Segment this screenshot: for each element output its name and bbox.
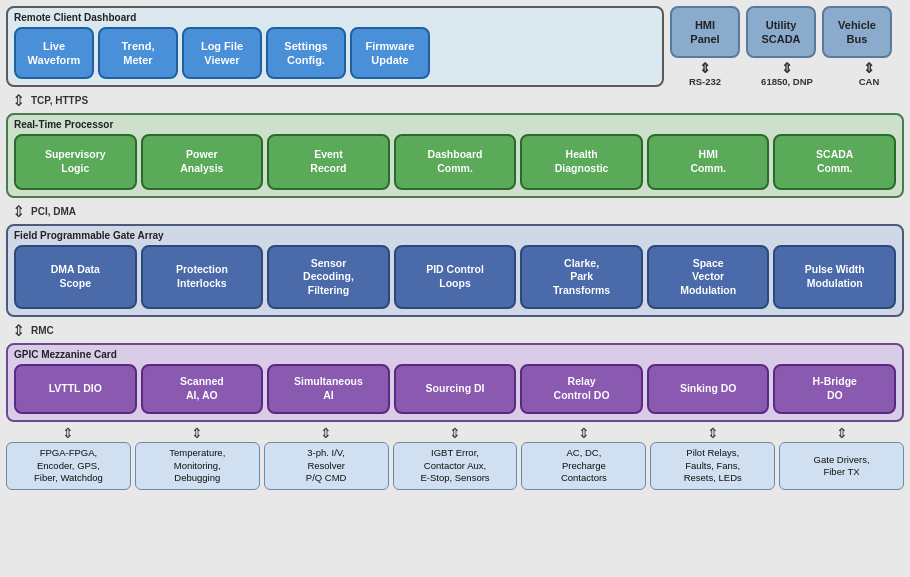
hmi-section: HMIPanel UtilitySCADA VehicleBus ⇕ RS-23… xyxy=(670,6,904,87)
sourcing-di-box[interactable]: Sourcing DI xyxy=(394,364,517,414)
rcd-label: Remote Client Dashboard xyxy=(14,12,656,23)
settings-config-box[interactable]: SettingsConfig. xyxy=(266,27,346,79)
pulse-width-box[interactable]: Pulse WidthModulation xyxy=(773,245,896,309)
rs232-label: RS-232 xyxy=(689,76,721,87)
firmware-update-box[interactable]: FirmwareUpdate xyxy=(350,27,430,79)
rcd-items: LiveWaveform Trend,Meter Log FileViewer … xyxy=(14,27,656,79)
bottom-item-4: ⇕ IGBT Error,Contactor Aux,E-Stop, Senso… xyxy=(393,426,518,490)
temperature-box: Temperature,Monitoring,Debugging xyxy=(135,442,260,490)
bottom-arrow-7: ⇕ xyxy=(836,426,848,440)
rmc-arrow-row: ⇕ RMC xyxy=(6,321,904,339)
gpic-items: LVTTL DIO ScannedAI, AO SimultaneousAI S… xyxy=(14,364,896,414)
health-diagnostic-box[interactable]: HealthDiagnostic xyxy=(520,134,643,190)
top-row: Remote Client Dashboard LiveWaveform Tre… xyxy=(6,6,904,87)
fpga-encoder-box: FPGA-FPGA,Encoder, GPS,Fiber, Watchdog xyxy=(6,442,131,490)
bottom-item-2: ⇕ Temperature,Monitoring,Debugging xyxy=(135,426,260,490)
ac-dc-box: AC, DC,PrechargeContactors xyxy=(521,442,646,490)
pci-arrow-icon: ⇕ xyxy=(12,202,25,221)
power-analysis-box[interactable]: PowerAnalysis xyxy=(141,134,264,190)
bottom-item-6: ⇕ Pilot Relays,Faults, Fans,Resets, LEDs xyxy=(650,426,775,490)
bottom-item-3: ⇕ 3-ph. I/V,ResolverP/Q CMD xyxy=(264,426,389,490)
fpga-items: DMA DataScope ProtectionInterlocks Senso… xyxy=(14,245,896,309)
bottom-arrow-6: ⇕ xyxy=(707,426,719,440)
trend-meter-box[interactable]: Trend,Meter xyxy=(98,27,178,79)
rmc-label: RMC xyxy=(31,325,54,336)
bottom-item-7: ⇕ Gate Drivers,Fiber TX xyxy=(779,426,904,490)
relay-control-do-box[interactable]: RelayControl DO xyxy=(520,364,643,414)
dma-data-scope-box[interactable]: DMA DataScope xyxy=(14,245,137,309)
bottom-arrow-5: ⇕ xyxy=(578,426,590,440)
hmi-protocols: ⇕ RS-232 ⇕ 61850, DNP ⇕ CAN xyxy=(670,60,904,87)
hmi-boxes: HMIPanel UtilitySCADA VehicleBus xyxy=(670,6,892,58)
bottom-arrow-3: ⇕ xyxy=(320,426,332,440)
dashboard-comm-box[interactable]: DashboardComm. xyxy=(394,134,517,190)
rtp-label: Real-Time Processor xyxy=(14,119,896,130)
rs232-arrow: ⇕ xyxy=(699,60,711,76)
scada-comm-box[interactable]: SCADAComm. xyxy=(773,134,896,190)
can-group: ⇕ CAN xyxy=(834,60,904,87)
dnp-label: 61850, DNP xyxy=(761,76,813,87)
sensor-decoding-box[interactable]: SensorDecoding,Filtering xyxy=(267,245,390,309)
utility-scada-box[interactable]: UtilitySCADA xyxy=(746,6,816,58)
tcp-label: TCP, HTTPS xyxy=(31,95,88,106)
supervisory-logic-box[interactable]: SupervisoryLogic xyxy=(14,134,137,190)
pci-label: PCI, DMA xyxy=(31,206,76,217)
tcp-arrow-row: ⇕ TCP, HTTPS xyxy=(6,91,904,109)
main-container: Remote Client Dashboard LiveWaveform Tre… xyxy=(0,0,910,577)
gpic-label: GPIC Mezzanine Card xyxy=(14,349,896,360)
bottom-item-5: ⇕ AC, DC,PrechargeContactors xyxy=(521,426,646,490)
hmi-comm-box[interactable]: HMIComm. xyxy=(647,134,770,190)
event-record-box[interactable]: EventRecord xyxy=(267,134,390,190)
can-label: CAN xyxy=(859,76,880,87)
fpga-panel: Field Programmable Gate Array DMA DataSc… xyxy=(6,224,904,317)
live-waveform-box[interactable]: LiveWaveform xyxy=(14,27,94,79)
dnp-group: ⇕ 61850, DNP xyxy=(746,60,828,87)
gate-drivers-box: Gate Drivers,Fiber TX xyxy=(779,442,904,490)
rmc-arrow-icon: ⇕ xyxy=(12,321,25,340)
rtp-items: SupervisoryLogic PowerAnalysis EventReco… xyxy=(14,134,896,190)
dnp-arrow: ⇕ xyxy=(781,60,793,76)
lvttl-dio-box[interactable]: LVTTL DIO xyxy=(14,364,137,414)
fpga-label: Field Programmable Gate Array xyxy=(14,230,896,241)
tcp-arrow-icon: ⇕ xyxy=(12,91,25,110)
vehicle-bus-box[interactable]: VehicleBus xyxy=(822,6,892,58)
bottom-arrow-2: ⇕ xyxy=(191,426,203,440)
clarke-park-box[interactable]: Clarke,ParkTransforms xyxy=(520,245,643,309)
log-file-viewer-box[interactable]: Log FileViewer xyxy=(182,27,262,79)
3ph-box: 3-ph. I/V,ResolverP/Q CMD xyxy=(264,442,389,490)
can-arrow: ⇕ xyxy=(863,60,875,76)
pci-arrow-row: ⇕ PCI, DMA xyxy=(6,202,904,220)
sinking-do-box[interactable]: Sinking DO xyxy=(647,364,770,414)
igbt-box: IGBT Error,Contactor Aux,E-Stop, Sensors xyxy=(393,442,518,490)
bottom-arrow-1: ⇕ xyxy=(62,426,74,440)
rs232-group: ⇕ RS-232 xyxy=(670,60,740,87)
bottom-row: ⇕ FPGA-FPGA,Encoder, GPS,Fiber, Watchdog… xyxy=(6,426,904,490)
hmi-panel-box[interactable]: HMIPanel xyxy=(670,6,740,58)
bottom-item-1: ⇕ FPGA-FPGA,Encoder, GPS,Fiber, Watchdog xyxy=(6,426,131,490)
rtp-panel: Real-Time Processor SupervisoryLogic Pow… xyxy=(6,113,904,198)
protection-interlocks-box[interactable]: ProtectionInterlocks xyxy=(141,245,264,309)
rcd-panel: Remote Client Dashboard LiveWaveform Tre… xyxy=(6,6,664,87)
pilot-relays-box: Pilot Relays,Faults, Fans,Resets, LEDs xyxy=(650,442,775,490)
scanned-ai-ao-box[interactable]: ScannedAI, AO xyxy=(141,364,264,414)
gpic-panel: GPIC Mezzanine Card LVTTL DIO ScannedAI,… xyxy=(6,343,904,422)
bottom-arrow-4: ⇕ xyxy=(449,426,461,440)
h-bridge-do-box[interactable]: H-BridgeDO xyxy=(773,364,896,414)
space-vector-box[interactable]: SpaceVectorModulation xyxy=(647,245,770,309)
pid-control-loops-box[interactable]: PID ControlLoops xyxy=(394,245,517,309)
simultaneous-ai-box[interactable]: SimultaneousAI xyxy=(267,364,390,414)
